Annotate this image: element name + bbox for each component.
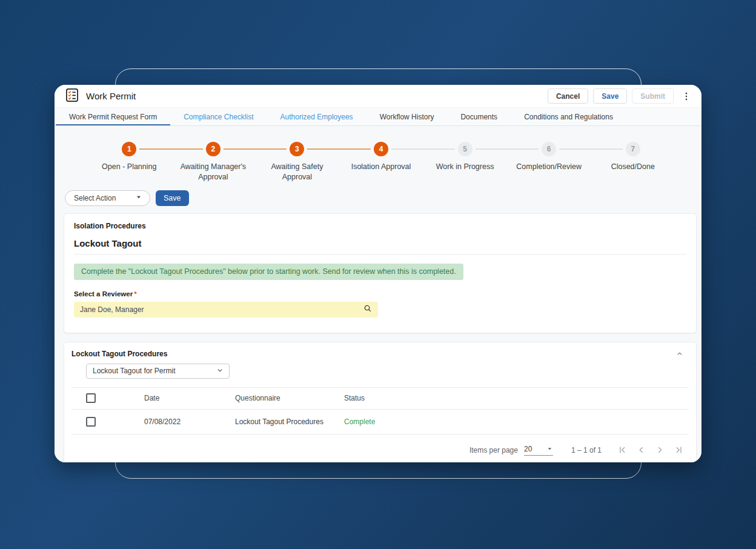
lockout-tagout-title: Lockout Tagout [74, 238, 686, 248]
select-action-label: Select Action [74, 194, 116, 202]
tab-bar: Work Permit Request Form Compliance Chec… [55, 107, 701, 126]
step-label: Completion/Review [516, 162, 582, 172]
last-page-icon[interactable] [674, 445, 684, 455]
section-label: Isolation Procedures [74, 222, 686, 230]
procedures-card-title: Lockout Tagout Procedures [71, 350, 167, 358]
step-number: 3 [290, 142, 304, 156]
step-label: Closed/Done [611, 162, 655, 172]
isolation-procedures-card: Isolation Procedures Lockout Tagout Comp… [64, 213, 697, 333]
row-checkbox[interactable] [86, 417, 96, 427]
save-action-button[interactable]: Save [156, 190, 189, 206]
step-number: 7 [626, 142, 640, 156]
step-label: Awaiting Manager's Approval [173, 162, 253, 182]
submit-button[interactable]: Submit [632, 88, 674, 104]
tab-documents[interactable]: Documents [447, 108, 511, 125]
action-bar: Select Action Save [65, 190, 697, 206]
tab-workflow-history[interactable]: Workflow History [366, 108, 448, 125]
step-label: Open - Planning [102, 162, 156, 172]
step-number: 6 [542, 142, 556, 156]
caret-down-icon [546, 445, 553, 452]
work-permit-window: Work Permit Cancel Save Submit Work Perm… [55, 85, 701, 462]
first-page-icon[interactable] [617, 445, 628, 455]
next-page-icon[interactable] [655, 445, 665, 455]
page-size-value: 20 [524, 445, 532, 453]
step-isolation-approval: 4 Isolation Approval [339, 142, 423, 182]
kebab-menu-icon[interactable] [681, 91, 692, 102]
procedures-table: Date Questionnaire Status 07/08/2022 Loc… [71, 387, 689, 434]
row-questionnaire: Lockout Tagout Procedures [235, 418, 344, 426]
lockout-procedures-card: Lockout Tagout Procedures Lockout Tagout… [64, 342, 697, 462]
items-per-page-label: Items per page [469, 446, 518, 454]
reviewer-field-label: Select a Reviewer* [74, 290, 686, 298]
workflow-stepper: 1 Open - Planning 2 Awaiting Manager's A… [87, 142, 675, 182]
status-column-header: Status [344, 394, 689, 402]
step-closed-done: 7 Closed/Done [591, 142, 675, 182]
page-title: Work Permit [86, 91, 136, 101]
collapse-chevron-up-icon[interactable] [675, 350, 684, 358]
form-content: 1 Open - Planning 2 Awaiting Manager's A… [55, 126, 701, 462]
step-number: 2 [206, 142, 220, 156]
previous-page-icon[interactable] [636, 445, 646, 455]
tab-authorized-employees[interactable]: Authorized Employees [267, 108, 366, 125]
page-range-label: 1 – 1 of 1 [571, 446, 602, 454]
paginator: Items per page 20 1 – 1 of 1 [71, 434, 689, 462]
step-label: Awaiting Safety Approval [257, 162, 337, 182]
step-awaiting-managers-approval: 2 Awaiting Manager's Approval [171, 142, 256, 182]
cancel-button[interactable]: Cancel [548, 88, 588, 104]
search-icon[interactable] [363, 304, 373, 315]
step-number: 5 [458, 142, 472, 156]
work-permit-checklist-icon [64, 87, 80, 105]
questionnaire-column-header: Questionnaire [235, 394, 344, 402]
tab-work-permit-request-form[interactable]: Work Permit Request Form [56, 108, 170, 125]
select-all-checkbox[interactable] [86, 393, 96, 403]
table-header-row: Date Questionnaire Status [71, 387, 689, 410]
step-number: 1 [122, 142, 136, 156]
completion-notice: Complete the "Lockout Tagout Procedures"… [74, 264, 463, 280]
step-number: 4 [374, 142, 388, 156]
step-awaiting-safety-approval: 3 Awaiting Safety Approval [255, 142, 339, 182]
table-row[interactable]: 07/08/2022 Lockout Tagout Procedures Com… [71, 410, 689, 434]
page-size-select[interactable]: 20 [524, 445, 553, 456]
row-date: 07/08/2022 [144, 418, 235, 426]
step-work-in-progress: 5 Work in Progress [423, 142, 507, 182]
save-button-header[interactable]: Save [593, 88, 627, 104]
reviewer-value: Jane Doe, Manager [80, 305, 144, 314]
date-column-header: Date [144, 394, 235, 402]
step-label: Work in Progress [436, 162, 494, 172]
select-action-dropdown[interactable]: Select Action [65, 190, 150, 206]
step-open-planning: 1 Open - Planning [87, 142, 171, 182]
chevron-down-icon [216, 366, 224, 376]
procedure-template-select[interactable]: Lockout Tagout for Permit [86, 364, 230, 379]
reviewer-search-input[interactable]: Jane Doe, Manager [74, 302, 378, 318]
step-completion-review: 6 Completion/Review [507, 142, 591, 182]
tab-compliance-checklist[interactable]: Compliance Checklist [170, 108, 267, 125]
divider [74, 254, 686, 255]
row-status: Complete [344, 418, 689, 426]
title-bar: Work Permit Cancel Save Submit [55, 85, 701, 107]
tab-conditions-and-regulations[interactable]: Conditions and Regulations [511, 108, 626, 125]
required-marker: * [134, 290, 136, 298]
procedure-template-value: Lockout Tagout for Permit [93, 367, 176, 375]
page-background: Work Permit Cancel Save Submit Work Perm… [0, 0, 756, 549]
caret-down-icon [135, 193, 142, 202]
step-label: Isolation Approval [351, 162, 411, 172]
